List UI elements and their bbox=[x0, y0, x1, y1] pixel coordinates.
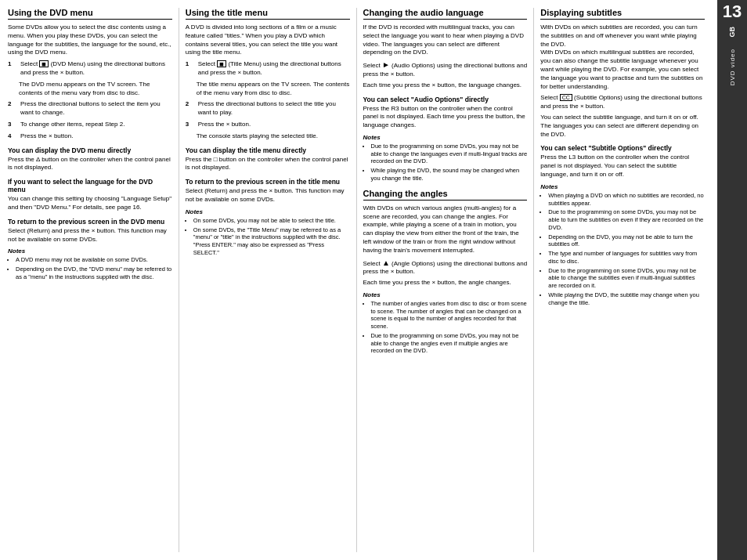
column-title-menu: Using the title menu A DVD is divided in… bbox=[179, 8, 357, 552]
col4-notes-title: Notes bbox=[540, 183, 705, 190]
col2-notes-title: Notes bbox=[186, 208, 350, 215]
col4-select-note: You can select the subtitle language, an… bbox=[540, 114, 705, 139]
col1-note-1: A DVD menu may not be available on some … bbox=[16, 256, 172, 264]
col1-steps: 1 Select ◼ (DVD Menu) using the directio… bbox=[8, 60, 172, 140]
col4-notes-list: When playing a DVD on which no subtitles… bbox=[540, 192, 705, 307]
col4-note-6: While playing the DVD, the subtitle may … bbox=[548, 291, 705, 307]
col1-step-4: 4 Press the × button. bbox=[8, 132, 172, 141]
col2-step-3: 3 Press the × button. bbox=[186, 121, 350, 129]
col3-direct-text: Press the R3 button on the controller wh… bbox=[363, 105, 528, 130]
col3-each-time2: Each time you press the × button, the an… bbox=[363, 279, 528, 287]
col1-language-title: If you want to select the language for t… bbox=[8, 178, 172, 193]
col2-step-1: 1 Select ◼ (Title Menu) using the direct… bbox=[186, 60, 350, 78]
col4-direct-text: Press the L3 button on the controller wh… bbox=[540, 154, 705, 179]
col2-note-2: On some DVDs, the "Title Menu" may be re… bbox=[193, 226, 350, 257]
col1-direct-title: You can display the DVD menu directly bbox=[8, 146, 172, 154]
col3-notes2-list: The number of angles varies from disc to… bbox=[363, 300, 528, 355]
column-dvd-menu: Using the DVD menu Some DVDs allow you t… bbox=[8, 8, 179, 552]
col3-intro: If the DVD is recorded with multilingual… bbox=[363, 23, 528, 57]
col1-note-2: Depending on the DVD, the "DVD menu" may… bbox=[16, 266, 172, 281]
col2-return-text: Select (Return) and press the × button. … bbox=[186, 187, 350, 204]
col1-step-3: 3 To change other items, repeat Step 2. bbox=[8, 121, 172, 129]
col3-notes2: Notes The number of angles varies from d… bbox=[363, 291, 528, 355]
col3-title2: Changing the angles bbox=[363, 189, 528, 201]
col4-note-1: When playing a DVD on which no subtitles… bbox=[548, 192, 705, 208]
column-audio-angles: Changing the audio language If the DVD i… bbox=[357, 8, 535, 552]
col3-note-1: Due to the programming on some DVDs, you… bbox=[371, 143, 528, 165]
col2-title: Using the title menu bbox=[186, 8, 350, 20]
col4-notes: Notes When playing a DVD on which no sub… bbox=[540, 183, 705, 307]
col4-note-4: The type and number of languages for sub… bbox=[548, 250, 705, 266]
col2-notes-list: On some DVDs, you may not be able to sel… bbox=[186, 217, 350, 257]
col1-direct-text: Press the Δ button on the controller whe… bbox=[8, 156, 172, 173]
page-number: 13 bbox=[723, 3, 742, 20]
sidebar-label: DVD video bbox=[729, 49, 736, 85]
column-subtitles: Displaying subtitles With DVDs on which … bbox=[534, 8, 711, 552]
sidebar-gb: GB bbox=[728, 27, 736, 38]
col1-return-text: Select (Return) and press the × button. … bbox=[8, 227, 172, 244]
sidebar: 13 GB DVD video bbox=[717, 0, 747, 560]
col3-direct-title: You can select "Audio Options" directly bbox=[363, 96, 528, 103]
col1-step-2: 2 Press the directional buttons to selec… bbox=[8, 100, 172, 117]
col3-notes2-title: Notes bbox=[363, 291, 528, 298]
col1-notes-list: A DVD menu may not be available on some … bbox=[8, 256, 172, 280]
col3-note2-2: Due to the programming on some DVDs, you… bbox=[371, 332, 528, 355]
col3-each-time: Each time you press the × button, the la… bbox=[363, 81, 528, 90]
col2-return-title: To return to the previous screen in the … bbox=[186, 178, 350, 186]
col3-select2: Select ▲ (Angle Options) using the direc… bbox=[363, 258, 528, 277]
col1-return-title: To return to the previous screen in the … bbox=[8, 218, 172, 226]
col3-notes-list: Due to the programming on some DVDs, you… bbox=[363, 143, 528, 182]
col3-notes-title: Notes bbox=[363, 134, 528, 141]
col4-note-5: Due to the programming on some DVDs, you… bbox=[548, 267, 705, 290]
col3-intro2: With DVDs on which various angles (multi… bbox=[363, 204, 528, 255]
col1-language-text: You can change this setting by choosing … bbox=[8, 195, 172, 212]
col4-note-3: Depending on the DVD, you may not be abl… bbox=[548, 233, 705, 249]
col2-step-3-note: The console starts playing the selected … bbox=[197, 132, 350, 141]
col1-step-1-note: The DVD menu appears on the TV screen. T… bbox=[19, 81, 172, 98]
col4-direct-title: You can select "Subtitle Options" direct… bbox=[540, 144, 705, 152]
col1-title: Using the DVD menu bbox=[8, 8, 172, 20]
col4-intro: With DVDs on which subtitles are recorde… bbox=[540, 23, 705, 91]
col3-title: Changing the audio language bbox=[363, 8, 528, 20]
col1-intro: Some DVDs allow you to select the disc c… bbox=[8, 23, 172, 57]
col2-direct-text: Press the □ button on the controller whe… bbox=[186, 156, 350, 173]
col3-note-2: While playing the DVD, the sound may be … bbox=[371, 167, 528, 182]
col4-note-2: Due to the programming on some DVDs, you… bbox=[548, 208, 705, 231]
col1-step-1: 1 Select ◼ (DVD Menu) using the directio… bbox=[8, 60, 172, 78]
col2-intro: A DVD is divided into long sections of a… bbox=[186, 23, 350, 57]
col1-notes: Notes A DVD menu may not be available on… bbox=[8, 247, 172, 280]
col3-notes: Notes Due to the programming on some DVD… bbox=[363, 134, 528, 182]
col2-direct-title: You can display the title menu directly bbox=[186, 146, 350, 154]
col4-select: Select CC (Subtitle Options) using the d… bbox=[540, 94, 705, 111]
col1-notes-title: Notes bbox=[8, 247, 172, 255]
col4-title: Displaying subtitles bbox=[540, 8, 705, 20]
col2-note-1: On some DVDs, you may not be able to sel… bbox=[193, 217, 350, 225]
col2-step-2: 2 Press the directional buttons to selec… bbox=[186, 100, 350, 117]
col3-note2-1: The number of angles varies from disc to… bbox=[371, 300, 528, 331]
main-content: Using the DVD menu Some DVDs allow you t… bbox=[0, 0, 717, 560]
col3-select: Select ► (Audio Options) using the direc… bbox=[363, 60, 528, 79]
col2-steps: 1 Select ◼ (Title Menu) using the direct… bbox=[186, 60, 350, 140]
columns-wrapper: Using the DVD menu Some DVDs allow you t… bbox=[8, 8, 711, 552]
col2-notes: Notes On some DVDs, you may not be able … bbox=[186, 208, 350, 257]
col2-step-1-note: The title menu appears on the TV screen.… bbox=[197, 81, 350, 98]
